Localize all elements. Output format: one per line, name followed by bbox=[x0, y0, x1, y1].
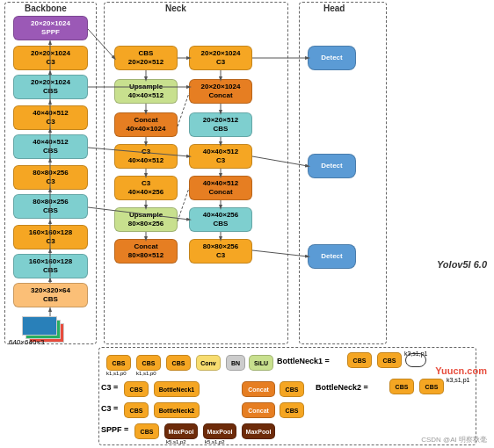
d-bn1-cbs1: CBS bbox=[347, 352, 372, 368]
d-cbs2-dims: k1,s1,p0 bbox=[136, 371, 156, 376]
node-neck-c3-2: C340×40×256 bbox=[114, 176, 178, 200]
d-bn2-cbs1: CBS bbox=[389, 379, 414, 394]
head-label: Head bbox=[323, 4, 345, 13]
detail-section: CBS CBS CBS Conv BN SiLU BottleNeck1 = C… bbox=[98, 347, 476, 445]
input-label: 640×640×3 bbox=[9, 338, 45, 346]
yuucn-watermark: Yuucn.com bbox=[435, 365, 487, 376]
node-neck-c3-top: 20×20×1024C3 bbox=[189, 46, 252, 70]
d-sppf-dims2: k5,s1,p2 bbox=[205, 439, 225, 444]
node-bb-cbs-5: 320×320×64CBS bbox=[13, 283, 88, 307]
d-c3-cbs2: CBS bbox=[280, 381, 304, 397]
node-bb-c3-4: 160×160×128C3 bbox=[13, 225, 88, 249]
node-neck-c3-1: C340×40×512 bbox=[114, 144, 178, 169]
d-silu: SiLU bbox=[249, 355, 273, 371]
node-neck-upsample-2: Upsample80×80×256 bbox=[114, 207, 178, 232]
d-bn2-cbs2: CBS bbox=[419, 379, 444, 394]
d-sppf-cbs: CBS bbox=[134, 423, 159, 439]
d-c3b-concat: Concat bbox=[242, 402, 275, 418]
d-bn: BN bbox=[226, 355, 245, 371]
node-neck-c3-r2: 40×40×512C3 bbox=[189, 144, 252, 169]
node-neck-upsample-1: Upsample40×40×512 bbox=[114, 79, 178, 104]
d-bn1-cbs2: CBS bbox=[377, 352, 402, 368]
d-bottleneck2-label: BottleNeck2 = bbox=[316, 383, 368, 392]
model-label: Yolov5l 6.0 bbox=[437, 259, 487, 270]
d-c3b-label: C3 = bbox=[101, 404, 118, 413]
node-bb-cbs-3: 80×80×256CBS bbox=[13, 194, 88, 219]
detect-1: Detect bbox=[308, 46, 356, 70]
node-neck-cbs-r2: 40×40×256CBS bbox=[189, 207, 252, 232]
d-cbs-3: CBS bbox=[166, 355, 191, 371]
node-neck-concat-1: Concat40×40×1024 bbox=[114, 112, 178, 137]
d-sppf-maxpool2: MaxPool bbox=[203, 423, 236, 439]
csdn-label: CSDN @AI 明察秋毫 bbox=[421, 435, 487, 444]
node-bb-cbs-4: 160×160×128CBS bbox=[13, 254, 88, 278]
d-c3b-bottleneck: BottleNeck2 bbox=[154, 402, 200, 418]
node-bb-c3-2: 40×40×512C3 bbox=[13, 105, 88, 130]
d-bottleneck-label-1: BottleNeck1 = bbox=[277, 357, 330, 365]
d-cbs1-dims: k1,s1,p0 bbox=[106, 371, 127, 376]
d-sppf-label: SPPF = bbox=[101, 425, 128, 434]
d-residual-1 bbox=[405, 353, 426, 367]
d-c3-label: C3 = bbox=[101, 383, 118, 392]
detect-3: Detect bbox=[308, 244, 356, 269]
d-sppf-maxpool1: MaxPool bbox=[164, 423, 198, 439]
d-sppf-maxpool3: MaxPool bbox=[242, 423, 275, 439]
neck-label: Neck bbox=[165, 4, 186, 13]
node-bb-cbs-2: 40×40×512CBS bbox=[13, 134, 88, 159]
diagram-container: Backbone Neck Head 20×20×1024SPPF 20×20×… bbox=[0, 0, 494, 448]
d-c3b-cbs1: CBS bbox=[124, 402, 149, 418]
node-neck-cbs-r1: 20×20×512CBS bbox=[189, 112, 252, 137]
node-neck-concat-r1: 20×20×1024Concat bbox=[189, 79, 252, 104]
backbone-label: Backbone bbox=[25, 4, 67, 13]
d-c3-cbs1: CBS bbox=[124, 381, 149, 397]
node-bb-c3-1: 20×20×1024C3 bbox=[13, 46, 88, 70]
node-neck-c3-r3: 80×80×256C3 bbox=[189, 239, 252, 264]
d-cbs-2: CBS bbox=[136, 355, 161, 371]
d-c3-bottleneck: BottleNeck1 bbox=[154, 381, 200, 397]
node-sppf: 20×20×1024SPPF bbox=[13, 16, 88, 40]
d-c3-concat: Concat bbox=[242, 381, 275, 397]
node-neck-concat-2: Concat80×80×512 bbox=[114, 239, 178, 264]
node-neck-cbs-1: CBS20×20×512 bbox=[114, 46, 178, 70]
node-bb-c3-3: 80×80×256C3 bbox=[13, 165, 88, 190]
d-cbs-1: CBS bbox=[106, 355, 131, 371]
d-conv: Conv bbox=[196, 355, 221, 371]
node-bb-cbs-1: 20×20×1024CBS bbox=[13, 75, 88, 99]
node-neck-concat-r2: 40×40×512Concat bbox=[189, 176, 252, 200]
d-bn2-dims: k3,s1,p1 bbox=[447, 377, 469, 383]
d-c3b-cbs2: CBS bbox=[280, 402, 304, 418]
detect-2: Detect bbox=[308, 154, 356, 178]
d-sppf-dims1: k5,s1,p2 bbox=[166, 439, 186, 444]
